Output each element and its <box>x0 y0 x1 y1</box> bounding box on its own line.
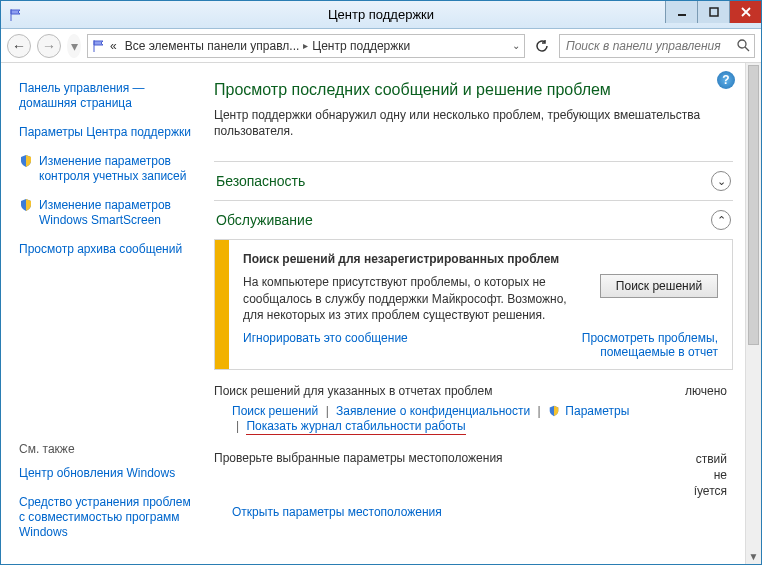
shield-icon <box>19 198 33 212</box>
view-problems-link[interactable]: Просмотреть проблемы, помещаемые в отчет <box>518 331 718 359</box>
page-heading: Просмотр последних сообщений и решение п… <box>214 81 733 99</box>
location-label: Проверьте выбранные параметры местополож… <box>214 451 503 465</box>
ignore-link[interactable]: Игнорировать это сообщение <box>243 331 408 359</box>
breadcrumb-chevrons: « <box>110 39 117 53</box>
breadcrumb-dropdown-icon[interactable]: ⌄ <box>512 40 520 51</box>
minimize-button[interactable] <box>665 1 697 23</box>
scrollbar[interactable]: ▲ ▼ <box>745 63 761 564</box>
sidebar-link-settings[interactable]: Параметры Центра поддержки <box>19 125 194 140</box>
open-location-link[interactable]: Открыть параметры местоположения <box>232 505 442 519</box>
panel-title: Поиск решений для незарегистрированных п… <box>243 252 718 266</box>
scroll-down-icon[interactable]: ▼ <box>746 548 761 564</box>
location-block: Проверьте выбранные параметры местополож… <box>214 451 733 520</box>
breadcrumb-item[interactable]: Все элементы панели управл... <box>125 39 300 53</box>
svg-rect-1 <box>710 8 718 16</box>
sidebar-link-windows-update[interactable]: Центр обновления Windows <box>19 466 194 481</box>
sidebar-link-home[interactable]: Панель управления — домашняя страница <box>19 81 194 111</box>
forward-button[interactable]: → <box>37 34 61 58</box>
chevron-up-icon[interactable]: ⌃ <box>711 210 731 230</box>
loc-r2: не <box>694 467 727 483</box>
page-subtext: Центр поддержки обнаружил одну или неско… <box>214 107 733 139</box>
section-security[interactable]: Безопасность ⌄ <box>214 161 733 200</box>
warning-stripe <box>215 240 229 369</box>
flag-icon <box>92 39 106 53</box>
chevron-right-icon: ▸ <box>303 40 308 51</box>
sidebar-link-smartscreen[interactable]: Изменение параметров Windows SmartScreen <box>39 198 194 228</box>
report-search-block: Поиск решений для указанных в отчетах пр… <box>214 384 733 433</box>
report-search-label: Поиск решений для указанных в отчетах пр… <box>214 384 493 398</box>
navbar: ← → ▾ « Все элементы панели управл... ▸ … <box>1 29 761 63</box>
section-maintenance-label: Обслуживание <box>216 212 313 228</box>
flag-icon <box>5 8 27 22</box>
loc-r3: íуется <box>694 483 727 499</box>
window-title: Центр поддержки <box>328 7 434 22</box>
search-icon[interactable] <box>737 39 750 52</box>
problem-panel: Поиск решений для незарегистрированных п… <box>214 239 733 370</box>
maximize-button[interactable] <box>697 1 729 23</box>
search-input[interactable] <box>564 38 737 54</box>
body: Панель управления — домашняя страница Па… <box>1 63 761 564</box>
search-box[interactable] <box>559 34 755 58</box>
rs-link-privacy[interactable]: Заявление о конфиденциальности <box>336 404 530 418</box>
shield-icon <box>548 405 562 419</box>
scroll-thumb[interactable] <box>748 65 759 345</box>
breadcrumb[interactable]: « Все элементы панели управл... ▸ Центр … <box>87 34 525 58</box>
see-also-heading: См. также <box>19 442 194 456</box>
sidebar-link-compat[interactable]: Средство устранения проблем с совместимо… <box>19 495 194 540</box>
section-security-label: Безопасность <box>216 173 305 189</box>
sidebar-link-uac[interactable]: Изменение параметров контроля учетных за… <box>39 154 194 184</box>
rs-link-reliability[interactable]: Показать журнал стабильности работы <box>246 419 465 435</box>
find-solutions-button[interactable]: Поиск решений <box>600 274 718 298</box>
action-center-window: Центр поддержки ← → ▾ « Все элементы пан… <box>0 0 762 565</box>
report-search-status: лючено <box>685 384 733 398</box>
titlebar: Центр поддержки <box>1 1 761 29</box>
section-maintenance[interactable]: Обслуживание ⌃ <box>214 200 733 239</box>
loc-r1: ствий <box>694 451 727 467</box>
refresh-button[interactable] <box>531 35 553 57</box>
rs-link-params[interactable]: Параметры <box>565 404 629 418</box>
sidebar-link-archive[interactable]: Просмотр архива сообщений <box>19 242 194 257</box>
breadcrumb-item[interactable]: Центр поддержки <box>312 39 410 53</box>
close-button[interactable] <box>729 1 761 23</box>
help-icon[interactable]: ? <box>717 71 735 89</box>
history-dropdown[interactable]: ▾ <box>67 34 81 58</box>
svg-point-2 <box>738 40 746 48</box>
panel-message: На компьютере присутствуют проблемы, о к… <box>243 274 588 323</box>
back-button[interactable]: ← <box>7 34 31 58</box>
shield-icon <box>19 154 33 168</box>
main-area: ? ▲ ▼ Просмотр последних сообщений и реш… <box>206 63 761 564</box>
chevron-down-icon[interactable]: ⌄ <box>711 171 731 191</box>
svg-line-3 <box>745 47 749 51</box>
sidebar: Панель управления — домашняя страница Па… <box>1 63 206 564</box>
rs-link-search[interactable]: Поиск решений <box>232 404 318 418</box>
